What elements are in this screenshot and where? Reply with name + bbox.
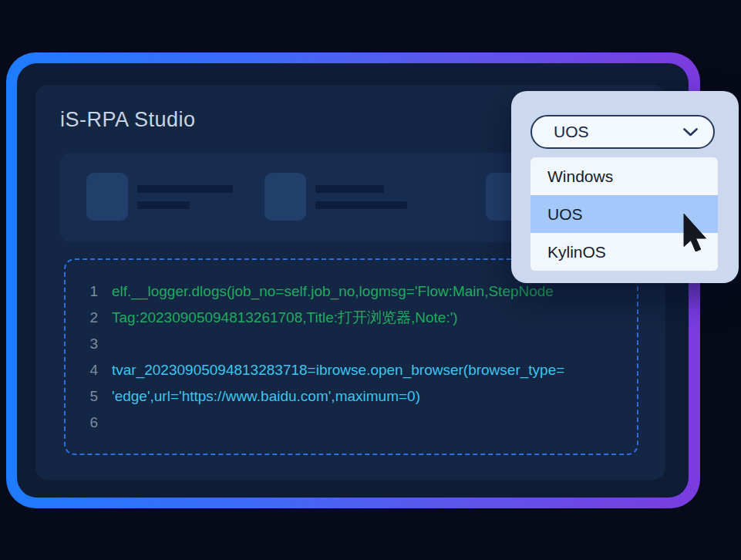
line-number: 3: [66, 336, 98, 353]
placeholder-text-bar: [137, 201, 190, 209]
code-lines: 1 elf.__logger.dlogs(job_no=self.job_no,…: [66, 278, 637, 436]
code-line: 5 'edge',url='https://www.baidu.com',max…: [66, 383, 637, 410]
line-number: 6: [66, 414, 98, 431]
mouse-cursor-icon: [682, 213, 707, 255]
placeholder-text-bar: [137, 185, 233, 193]
placeholder-item: [264, 173, 407, 221]
placeholder-icon-block: [264, 173, 306, 221]
code-line-text: elf.__logger.dlogs(job_no=self.job_no,lo…: [112, 283, 554, 300]
code-line-text: tvar_20230905094813283718=ibrowse.open_b…: [112, 362, 564, 379]
placeholder-text-bar: [315, 185, 384, 193]
code-line-text: Tag:20230905094813261708,Title:打开浏览器,Not…: [112, 308, 458, 328]
line-number: 1: [66, 283, 98, 300]
line-number: 2: [66, 309, 98, 326]
code-line: 6: [66, 410, 637, 436]
placeholder-text-bar: [315, 201, 407, 209]
code-line-text: 'edge',url='https://www.baidu.com',maxim…: [112, 388, 420, 405]
placeholder-text-bars: [137, 185, 233, 209]
placeholder-item: [86, 173, 233, 221]
code-line: 3: [66, 331, 637, 357]
line-number: 4: [66, 362, 98, 379]
code-line: 4 tvar_20230905094813283718=ibrowse.open…: [66, 357, 637, 383]
os-select-value: UOS: [554, 123, 589, 141]
placeholder-text-bars: [315, 185, 407, 209]
os-select[interactable]: UOS: [530, 115, 715, 149]
chevron-down-icon: [683, 128, 698, 137]
code-editor[interactable]: 1 elf.__logger.dlogs(job_no=self.job_no,…: [64, 258, 638, 455]
app-title: iS-RPA Studio: [60, 108, 196, 132]
code-line: 2 Tag:20230905094813261708,Title:打开浏览器,N…: [66, 305, 637, 331]
placeholder-icon-block: [86, 173, 128, 221]
os-option-windows[interactable]: Windows: [530, 157, 718, 195]
line-number: 5: [66, 388, 98, 405]
